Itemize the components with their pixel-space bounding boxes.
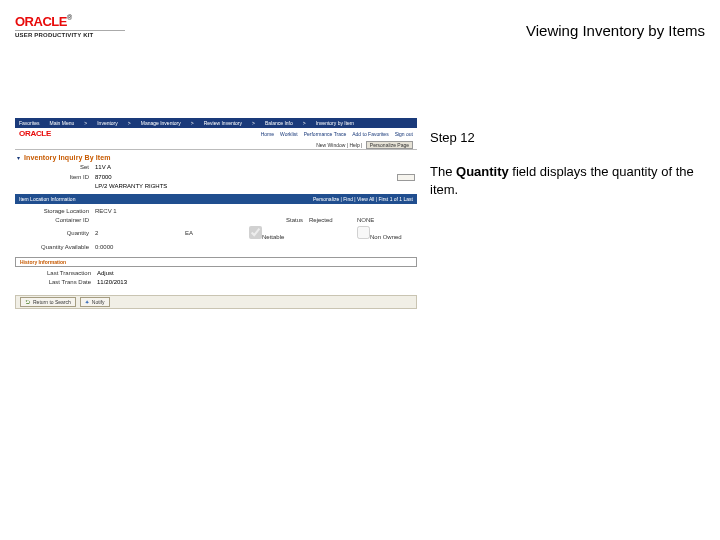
breadcrumb: Favorites Main Menu> Inventory> Manage I… [15, 118, 417, 128]
utility-bar: New Window | Help | Personalize Page [15, 140, 417, 150]
desc-pre: The [430, 164, 456, 179]
item-location-form: Storage Location RECV 1 Container ID Sta… [15, 204, 417, 255]
label: Quantity Available [17, 244, 95, 251]
nonowned-checkbox[interactable]: Non Owned [357, 226, 409, 241]
label: Last Transaction [19, 270, 97, 277]
breadcrumb-item[interactable]: Manage Inventory [141, 120, 181, 126]
label: Set [17, 164, 95, 171]
section-nav[interactable]: Personalize | Find | View All | First 1 … [313, 196, 413, 202]
value: NONE [357, 217, 409, 224]
breadcrumb-item[interactable]: Review Inventory [204, 120, 242, 126]
value: Adjust [97, 270, 114, 277]
breadcrumb-item[interactable]: Inventory [97, 120, 118, 126]
history-block: Last TransactionAdjust Last Trans Date11… [15, 267, 417, 291]
quantity-input[interactable]: 2 [95, 230, 98, 236]
notify-icon: ✦ [85, 299, 89, 305]
value: LP/2 WARRANTY RIGHTS [95, 183, 167, 190]
breadcrumb-item[interactable]: Balance Info [265, 120, 293, 126]
field-set: Set 11V A [15, 163, 417, 172]
desc-bold: Quantity [456, 164, 509, 179]
step-label: Step 12 [430, 130, 705, 145]
return-icon: ⮌ [25, 299, 30, 305]
personalize-page-button[interactable]: Personalize Page [366, 141, 413, 149]
field-desc: LP/2 WARRANTY RIGHTS [15, 182, 417, 191]
value: Rejected [309, 217, 357, 224]
breadcrumb-item[interactable]: Inventory by Item [316, 120, 354, 126]
link-home[interactable]: Home [261, 131, 274, 137]
embedded-app-screenshot: Favorites Main Menu> Inventory> Manage I… [15, 118, 417, 309]
instruction-column: Step 12 The Quantity field displays the … [430, 130, 705, 198]
label: Storage Location [17, 208, 95, 215]
link-perf-trace[interactable]: Performance Trace [304, 131, 347, 137]
bottom-toolbar: ⮌Return to Search ✦Notify [15, 295, 417, 309]
nettable-checkbox[interactable]: Nettable [249, 226, 309, 241]
upk-label: USER PRODUCTIVITY KIT [15, 30, 125, 38]
header-links: Home Worklist Performance Trace Add to F… [261, 131, 413, 137]
label [17, 183, 95, 190]
section-bar-history: History Information [15, 257, 417, 267]
utility-links[interactable]: New Window | Help | [316, 142, 362, 148]
page-title: Viewing Inventory by Items [526, 22, 705, 39]
section-bar-items: Item Location Information Personalize | … [15, 194, 417, 204]
link-add-favorites[interactable]: Add to Favorites [352, 131, 388, 137]
uom: EA [185, 230, 249, 237]
registered-mark: ® [67, 14, 72, 21]
link-worklist[interactable]: Worklist [280, 131, 298, 137]
value: 0:0000 [95, 244, 185, 251]
oracle-logo-small: ORACLE [19, 129, 51, 139]
collapse-icon[interactable]: ▾ [17, 155, 20, 162]
value: 87000 [95, 174, 112, 181]
value: RECV 1 [95, 208, 185, 215]
quantity-label: Quantity [17, 230, 95, 237]
link-signout[interactable]: Sign out [395, 131, 413, 137]
panel-title-row: ▾ Inventory Inquiry By Item [15, 150, 417, 163]
app-header: ORACLE Home Worklist Performance Trace A… [15, 128, 417, 140]
label: Status [249, 217, 309, 224]
value: 11V A [95, 164, 111, 171]
breadcrumb-item[interactable]: Favorites [19, 120, 40, 126]
field-itemid: Item ID 87000 [15, 173, 417, 182]
value: 11/20/2013 [97, 279, 127, 286]
label: Container ID [17, 217, 95, 224]
panel-title: Inventory Inquiry By Item [24, 154, 111, 162]
oracle-wordmark: ORACLE [15, 14, 67, 29]
label: Item ID [17, 174, 95, 181]
notify-button[interactable]: ✦Notify [80, 297, 110, 307]
breadcrumb-item[interactable]: Main Menu [50, 120, 75, 126]
quantity-field[interactable]: 2 [95, 230, 185, 237]
section-title: Item Location Information [19, 196, 75, 202]
step-description: The Quantity field displays the quantity… [430, 163, 705, 198]
return-to-search-button[interactable]: ⮌Return to Search [20, 297, 76, 307]
lookup-field[interactable] [397, 174, 415, 181]
label: Last Trans Date [19, 279, 97, 286]
